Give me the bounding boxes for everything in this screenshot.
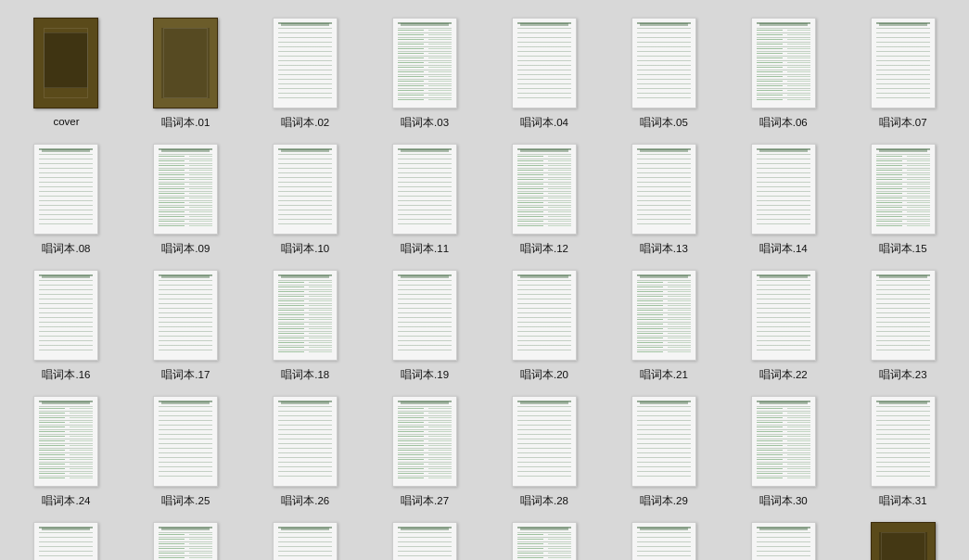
list-item[interactable]: 唱词本.16 (7, 261, 125, 384)
item-label: 唱词本.03 (401, 116, 449, 130)
thumbnail (388, 139, 462, 239)
item-label: 唱词本.31 (879, 494, 927, 508)
list-item[interactable]: 唱词本.30 (724, 388, 842, 510)
item-label: 唱词本.07 (879, 116, 927, 130)
list-item[interactable]: 唱词本.11 (366, 135, 484, 258)
item-label: 唱词本.06 (759, 116, 808, 130)
thumbnail (866, 13, 940, 113)
thumbnail (148, 391, 223, 491)
list-item[interactable]: 唱词本.07 (844, 9, 962, 132)
thumbnail (746, 265, 821, 365)
thumbnail (29, 13, 103, 113)
list-item[interactable]: 唱词本.17 (127, 261, 245, 384)
list-item[interactable]: 唱词本.18 (247, 261, 364, 384)
thumbnail (268, 391, 342, 491)
thumbnail (746, 13, 821, 113)
list-item[interactable]: 唱词本.04 (486, 9, 604, 132)
item-label: 唱词本.10 (281, 242, 329, 256)
item-label: 唱词本.24 (42, 494, 90, 508)
thumbnail (148, 517, 223, 560)
list-item[interactable]: 唱词本.10 (247, 135, 364, 258)
thumbnail (507, 517, 581, 560)
list-item[interactable]: 唱词本.37 (605, 514, 722, 560)
thumbnail (268, 13, 342, 113)
item-label: 唱词本.05 (640, 116, 688, 130)
item-label: 唱词本.18 (281, 368, 329, 382)
list-item[interactable]: 唱词本.26 (247, 388, 364, 510)
thumbnail (29, 139, 103, 239)
list-item[interactable]: 唱词本.27 (366, 388, 484, 510)
thumbnail (866, 265, 940, 365)
list-item[interactable]: 唱词本.14 (724, 135, 842, 258)
thumbnail (866, 517, 940, 560)
list-item[interactable]: 唱词本.08 (7, 135, 125, 258)
item-label: cover (53, 116, 79, 127)
thumbnail (627, 517, 701, 560)
thumbnail (627, 13, 701, 113)
list-item[interactable]: cover (7, 9, 125, 132)
thumbnail (29, 517, 103, 560)
list-item[interactable]: 唱词本.33 (127, 514, 245, 560)
list-item[interactable]: 唱词本.05 (605, 9, 722, 132)
thumbnail (866, 139, 940, 239)
item-label: 唱词本.30 (759, 494, 808, 508)
item-label: 唱词本.19 (401, 368, 449, 382)
list-item[interactable]: 唱词本.31 (844, 388, 962, 510)
list-item[interactable]: 唱词本.09 (127, 135, 245, 258)
list-item[interactable]: 唱词本.34 (247, 514, 364, 560)
item-label: 唱词本.22 (759, 368, 808, 382)
item-label: 唱词本.25 (161, 494, 210, 508)
item-label: 唱词本.13 (640, 242, 688, 256)
item-label: 唱词本.29 (640, 494, 688, 508)
thumbnail (627, 265, 701, 365)
list-item[interactable]: 唱词本.28 (486, 388, 604, 510)
list-item[interactable]: 唱词本.03 (366, 9, 484, 132)
item-label: 唱词本.23 (879, 368, 927, 382)
item-label: 唱词本.04 (520, 116, 568, 130)
list-item[interactable]: 唱词本.35 (366, 514, 484, 560)
list-item[interactable]: 唱词本.06 (724, 9, 842, 132)
list-item[interactable]: 唱词本.20 (486, 261, 604, 384)
thumbnail (507, 265, 581, 365)
item-label: 唱词本.16 (42, 368, 90, 382)
list-item[interactable]: 唱词本.38 (724, 514, 842, 560)
item-label: 唱词本.27 (401, 494, 449, 508)
thumbnail (29, 265, 103, 365)
item-label: 唱词本.08 (42, 242, 90, 256)
list-item[interactable]: 唱词本.39 (844, 514, 962, 560)
list-item[interactable]: 唱词本.25 (127, 388, 245, 510)
list-item[interactable]: 唱词本.22 (724, 261, 842, 384)
thumbnail (268, 517, 342, 560)
list-item[interactable]: 唱词本.02 (247, 9, 364, 132)
thumbnail (627, 391, 701, 491)
list-item[interactable]: 唱词本.24 (7, 388, 125, 510)
list-item[interactable]: 唱词本.32 (7, 514, 125, 560)
thumbnail (148, 139, 223, 239)
list-item[interactable]: 唱词本.13 (605, 135, 722, 258)
item-label: 唱词本.17 (161, 368, 210, 382)
list-item[interactable]: 唱词本.29 (605, 388, 722, 510)
thumbnail (507, 139, 581, 239)
list-item[interactable]: 唱词本.23 (844, 261, 962, 384)
item-label: 唱词本.11 (401, 242, 449, 256)
list-item[interactable]: 唱词本.15 (844, 135, 962, 258)
item-label: 唱词本.28 (520, 494, 568, 508)
list-item[interactable]: 唱词本.01 (127, 9, 245, 132)
thumbnail (148, 13, 223, 113)
item-label: 唱词本.09 (161, 242, 210, 256)
list-item[interactable]: 唱词本.19 (366, 261, 484, 384)
thumbnail (29, 391, 103, 491)
thumbnail (746, 517, 821, 560)
thumbnail (268, 139, 342, 239)
list-item[interactable]: 唱词本.36 (486, 514, 604, 560)
thumbnail (746, 391, 821, 491)
thumbnail (746, 139, 821, 239)
list-item[interactable]: 唱词本.12 (486, 135, 604, 258)
item-label: 唱词本.26 (281, 494, 329, 508)
item-label: 唱词本.12 (520, 242, 568, 256)
thumbnail (388, 517, 462, 560)
list-item[interactable]: 唱词本.21 (605, 261, 722, 384)
thumbnail (507, 13, 581, 113)
item-label: 唱词本.15 (879, 242, 927, 256)
thumbnail (148, 265, 223, 365)
